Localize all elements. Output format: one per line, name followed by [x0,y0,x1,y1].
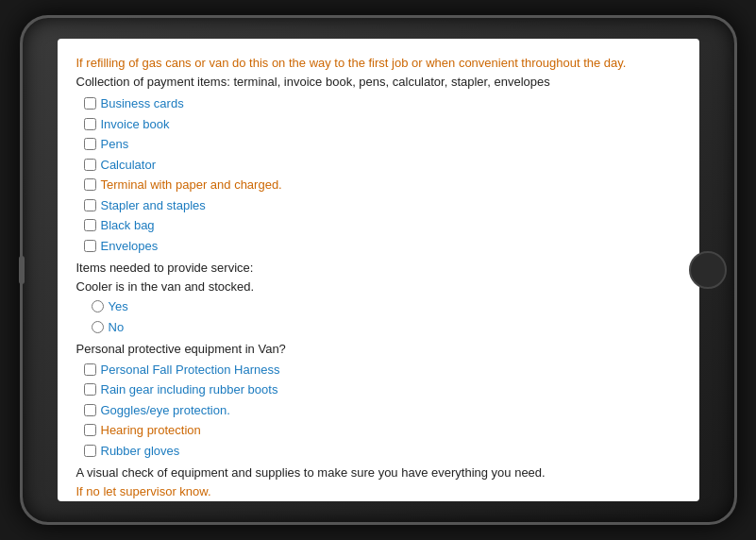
checkbox-invoice-book-input[interactable] [84,118,96,130]
visual-check-line2: If no let supervisor know. [76,482,680,501]
checkbox-calculator-label: Calculator [101,156,157,175]
tablet-screen: If refilling of gas cans or van do this … [58,39,699,501]
checkbox-rubber-gloves[interactable]: Rubber gloves [76,442,680,461]
intro-line1: If refilling of gas cans or van do this … [76,54,680,73]
radio-cooler-yes[interactable]: Yes [76,297,680,316]
checkbox-goggles-label: Goggles/eye protection. [101,401,230,420]
checkbox-rain-gear[interactable]: Rain gear including rubber boots [76,380,680,399]
ppe-label: Personal protective equipment in Van? [76,340,680,359]
items-needed-label: Items needed to provide service: [76,259,680,278]
intro-line2: Collection of payment items: terminal, i… [76,73,680,92]
checkbox-goggles-input[interactable] [84,404,96,416]
checkbox-black-bag[interactable]: Black bag [76,216,680,235]
checkbox-stapler-input[interactable] [84,199,96,211]
checkbox-terminal-label: Terminal with paper and charged. [101,176,282,194]
checkbox-fall-protection-input[interactable] [84,363,96,376]
tablet-device: If refilling of gas cans or van do this … [20,15,737,525]
checkbox-terminal[interactable]: Terminal with paper and charged. [76,176,680,194]
checkbox-invoice-book[interactable]: Invoice book [76,115,680,134]
tablet-home-button[interactable] [689,251,727,289]
checkbox-stapler[interactable]: Stapler and staples [76,196,680,215]
checkbox-business-cards-input[interactable] [84,97,96,110]
checkbox-rain-gear-label: Rain gear including rubber boots [101,380,278,399]
checkbox-envelopes-label: Envelopes [101,237,159,256]
checkbox-pens[interactable]: Pens [76,135,680,154]
checkbox-goggles[interactable]: Goggles/eye protection. [76,401,680,420]
checkbox-black-bag-input[interactable] [84,219,96,231]
checkbox-calculator[interactable]: Calculator [76,156,680,175]
checkbox-terminal-input[interactable] [84,178,96,191]
checkbox-business-cards-label: Business cards [101,94,184,113]
checkbox-hearing-protection-label: Hearing protection [101,421,201,440]
checkbox-envelopes[interactable]: Envelopes [76,237,680,256]
radio-cooler-no-input[interactable] [92,321,104,333]
checkbox-black-bag-label: Black bag [101,216,155,235]
checkbox-envelopes-input[interactable] [84,240,96,252]
checkbox-rubber-gloves-label: Rubber gloves [101,442,180,461]
radio-cooler-no[interactable]: No [76,318,680,337]
cooler-label: Cooler is in the van and stocked. [76,278,680,296]
checkbox-stapler-label: Stapler and staples [101,196,206,215]
visual-check-line1: A visual check of equipment and supplies… [76,464,680,482]
checkbox-hearing-protection[interactable]: Hearing protection [76,421,680,440]
checkbox-fall-protection[interactable]: Personal Fall Protection Harness [76,361,680,380]
checkbox-pens-input[interactable] [84,138,96,150]
checkbox-rain-gear-input[interactable] [84,383,96,396]
checkbox-pens-label: Pens [101,135,129,154]
checkbox-calculator-input[interactable] [84,159,96,171]
checkbox-business-cards[interactable]: Business cards [76,94,680,113]
checkbox-rubber-gloves-input[interactable] [84,445,96,457]
radio-cooler-no-label: No [109,318,125,337]
tablet-side-button [19,256,25,284]
checkbox-hearing-protection-input[interactable] [84,424,96,436]
checkbox-fall-protection-label: Personal Fall Protection Harness [101,361,280,380]
checkbox-invoice-book-label: Invoice book [101,115,170,134]
radio-cooler-yes-label: Yes [109,297,128,316]
payment-checkboxes: Business cards Invoice book Pens Calcula… [76,94,680,255]
radio-cooler-yes-input[interactable] [92,300,104,312]
